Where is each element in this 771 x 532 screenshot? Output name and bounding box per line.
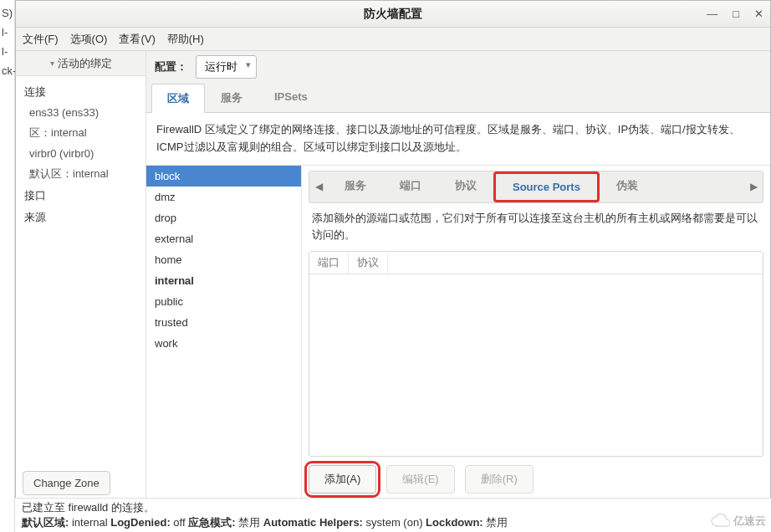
- sidebar-group[interactable]: 接口: [16, 185, 146, 207]
- zone-list: blockdmzdropexternalhomeinternalpublictr…: [146, 166, 302, 502]
- menubar: 文件(F) 选项(O) 查看(V) 帮助(H): [16, 28, 770, 51]
- change-zone-button[interactable]: Change Zone: [23, 471, 110, 495]
- zone-item-drop[interactable]: drop: [146, 207, 301, 228]
- status-connection: 已建立至 firewalld 的连接。: [22, 500, 764, 515]
- add-button[interactable]: 添加(A): [309, 465, 376, 494]
- secondary-tab-4[interactable]: 伪装: [600, 171, 655, 202]
- secondary-tab-2[interactable]: 协议: [438, 171, 493, 202]
- sidebar-connection-zone: 区：internal: [16, 122, 146, 144]
- primary-tab-0[interactable]: 区域: [151, 84, 205, 113]
- zone-item-external[interactable]: external: [146, 228, 301, 249]
- sidebar: ▾ 活动的绑定 连接ens33 (ens33)区：internalvirbr0 …: [16, 51, 146, 502]
- secondary-tab-3[interactable]: Source Ports: [493, 171, 600, 202]
- main-panel: 配置： 运行时 区域服务IPSets FirewallD 区域定义了绑定的网络连…: [146, 51, 770, 502]
- minimize-button[interactable]: —: [707, 8, 717, 20]
- menu-file[interactable]: 文件(F): [23, 32, 59, 47]
- menu-help[interactable]: 帮助(H): [167, 32, 204, 47]
- primary-tabs: 区域服务IPSets: [146, 83, 770, 113]
- firewall-config-window: 防火墙配置 — □ ✕ 文件(F) 选项(O) 查看(V) 帮助(H) ▾ 活动…: [15, 0, 771, 503]
- zone-item-public[interactable]: public: [146, 291, 301, 312]
- titlebar[interactable]: 防火墙配置 — □ ✕: [16, 1, 770, 28]
- config-combo[interactable]: 运行时: [196, 55, 257, 79]
- zone-item-internal[interactable]: internal: [146, 270, 301, 291]
- source-ports-description: 添加额外的源端口或范围，它们对于所有可以连接至这台主机的所有主机或网络都需要是可…: [309, 203, 763, 252]
- col-port: 端口: [309, 252, 349, 274]
- zone-description: FirewallD 区域定义了绑定的网络连接、接口以及源地址的可信程度。区域是服…: [146, 113, 770, 166]
- zone-item-home[interactable]: home: [146, 249, 301, 270]
- host-gutter: S) l- l- ck-: [0, 0, 15, 532]
- watermark: 亿速云: [710, 514, 766, 529]
- sidebar-group[interactable]: 连接: [16, 81, 146, 103]
- tabs-scroll-left[interactable]: ◀: [309, 181, 328, 192]
- zone-item-block[interactable]: block: [146, 166, 301, 187]
- sidebar-group[interactable]: 来源: [16, 207, 146, 228]
- primary-tab-2[interactable]: IPSets: [258, 83, 324, 112]
- maximize-button[interactable]: □: [733, 8, 739, 20]
- sidebar-connection[interactable]: ens33 (ens33): [16, 103, 146, 122]
- status-details: 默认区域: internal LogDenied: off 应急模式: 禁用 A…: [22, 515, 764, 530]
- close-button[interactable]: ✕: [754, 8, 763, 20]
- tabs-scroll-right[interactable]: ▶: [744, 181, 763, 192]
- zone-item-trusted[interactable]: trusted: [146, 312, 301, 333]
- secondary-tabs: ◀ 服务端口协议Source Ports伪装 ▶: [309, 171, 763, 203]
- sidebar-connection-zone: 默认区：internal: [16, 163, 146, 185]
- zone-item-dmz[interactable]: dmz: [146, 187, 301, 207]
- secondary-tab-1[interactable]: 端口: [383, 171, 438, 202]
- config-label: 配置：: [155, 59, 187, 74]
- secondary-tab-0[interactable]: 服务: [328, 171, 383, 202]
- menu-view[interactable]: 查看(V): [119, 32, 155, 47]
- source-ports-table[interactable]: 端口 协议: [309, 251, 763, 457]
- detail-panel: ◀ 服务端口协议Source Ports伪装 ▶ 添加额外的源端口或范围，它们对…: [302, 166, 770, 502]
- zone-item-work[interactable]: work: [146, 333, 301, 354]
- col-protocol: 协议: [349, 252, 388, 274]
- window-title: 防火墙配置: [364, 7, 422, 22]
- remove-button[interactable]: 删除(R): [465, 465, 534, 494]
- primary-tab-1[interactable]: 服务: [205, 83, 258, 112]
- status-bar: 已建立至 firewalld 的连接。 默认区域: internal LogDe…: [15, 498, 771, 532]
- chevron-down-icon: ▾: [50, 59, 54, 68]
- edit-button[interactable]: 编辑(E): [386, 465, 454, 494]
- sidebar-connection[interactable]: virbr0 (virbr0): [16, 144, 146, 163]
- sidebar-header[interactable]: ▾ 活动的绑定: [16, 51, 146, 76]
- menu-options[interactable]: 选项(O): [70, 32, 108, 47]
